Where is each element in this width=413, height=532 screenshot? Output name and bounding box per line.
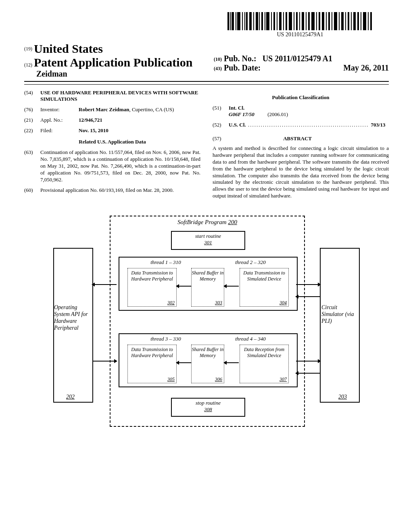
svg-rect-34: [332, 12, 332, 30]
arrow-303-302: [177, 286, 191, 287]
appl-no: 12/946,721: [79, 117, 200, 123]
abstract-heading: ABSTRACT: [223, 135, 372, 142]
os-ref: 202: [66, 394, 75, 400]
svg-rect-45: [368, 12, 369, 30]
svg-rect-21: [289, 12, 292, 30]
svg-rect-27: [308, 12, 310, 30]
svg-rect-13: [265, 12, 265, 30]
intcl-label: Int. Cl.: [229, 105, 244, 111]
stop-routine-box: stop routine 308: [171, 398, 245, 417]
arrow-307-306: [224, 362, 239, 363]
svg-rect-7: [246, 12, 248, 30]
provisional-text: Provisional application No. 60/193,169, …: [40, 187, 200, 194]
circuit-sim-block: 203: [320, 248, 360, 403]
arrow-cs-to-307: [296, 373, 320, 374]
code-10: (10): [214, 56, 222, 62]
arrow-cs-to-304: [296, 296, 320, 297]
thread-3-label: thread 3 – 330: [136, 336, 196, 342]
arrow-307-to-cs: [296, 361, 320, 362]
pub-no-label: Pub. No.:: [224, 54, 257, 63]
arrow-304-to-cs: [296, 284, 320, 285]
box-306: Shared Buffer in Memory 306: [191, 345, 224, 383]
svg-rect-36: [339, 12, 340, 30]
code-52: (52): [213, 122, 229, 128]
svg-rect-2: [232, 12, 234, 30]
svg-rect-26: [306, 12, 307, 30]
svg-rect-40: [351, 12, 352, 30]
intcl-date: (2006.01): [267, 111, 288, 117]
thread-1-label: thread 1 – 310: [136, 259, 196, 266]
pub-date-label: Pub. Date:: [224, 63, 261, 72]
svg-rect-1: [230, 12, 231, 30]
svg-rect-29: [316, 12, 317, 30]
svg-rect-15: [271, 12, 272, 30]
svg-rect-32: [326, 12, 327, 30]
svg-rect-11: [259, 12, 260, 30]
country-name: United States: [34, 42, 103, 55]
svg-rect-0: [227, 12, 229, 30]
svg-rect-18: [279, 12, 282, 30]
box-304: Data Transmission to Simulated Device 30…: [240, 268, 289, 307]
svg-rect-23: [296, 12, 298, 30]
svg-rect-10: [256, 12, 258, 30]
svg-rect-22: [294, 12, 294, 30]
svg-rect-43: [361, 12, 361, 30]
svg-rect-38: [345, 12, 346, 30]
thread-2-label: thread 2 – 320: [220, 259, 281, 266]
svg-rect-31: [322, 12, 324, 30]
svg-rect-17: [277, 12, 277, 30]
thread-group-bottom: thread 3 – 330 thread 4 – 340 Data Trans…: [119, 333, 298, 387]
cs-label: Circuit Simulator (via PLI): [321, 304, 360, 324]
box-302: Data Transmission to Hardware Peripheral…: [127, 268, 177, 307]
filed-date: Nov. 15, 2010: [79, 127, 200, 134]
code-54: (54): [24, 89, 40, 102]
svg-rect-19: [283, 12, 284, 30]
svg-rect-6: [244, 12, 245, 30]
svg-rect-46: [370, 12, 372, 30]
header-rule-thin: [24, 84, 389, 85]
uscl-value: 703/13: [371, 122, 385, 128]
barcode-pub-id: US 20110125479A1: [227, 31, 373, 38]
svg-rect-3: [236, 12, 236, 30]
svg-rect-9: [253, 12, 254, 30]
svg-rect-37: [341, 12, 344, 30]
svg-rect-16: [273, 12, 275, 30]
svg-rect-35: [334, 12, 337, 30]
code-51: (51): [213, 105, 229, 118]
softbridge-program-box: SoftBridge Program 200 start routine 301…: [110, 216, 305, 427]
box-303: Shared Buffer in Memory 303: [191, 268, 224, 307]
arrow-os-from-302: [92, 284, 117, 285]
svg-rect-28: [311, 12, 315, 30]
inventor-label: Inventor:: [40, 106, 79, 113]
svg-rect-4: [237, 12, 240, 30]
inventor-loc: , Cupertino, CA (US): [129, 106, 174, 112]
cs-ref: 203: [338, 394, 347, 400]
arrow-os-to-305: [92, 361, 117, 362]
svg-rect-8: [249, 12, 252, 30]
code-21: (21): [24, 117, 40, 123]
svg-rect-42: [357, 12, 359, 30]
filed-label: Filed:: [40, 127, 79, 134]
code-60: (60): [24, 187, 40, 194]
start-routine-box: start routine 301: [171, 231, 245, 250]
program-title: SoftBridge Program 200: [111, 219, 304, 226]
related-heading: Related U.S. Application Data: [24, 139, 200, 145]
barcode: US 20110125479A1: [227, 12, 373, 38]
svg-rect-5: [242, 12, 243, 30]
uscl-dots: ........................................…: [246, 122, 371, 128]
classification-heading: Publication Classification: [213, 94, 389, 101]
arrow-304-303: [224, 286, 239, 287]
svg-rect-24: [299, 12, 300, 30]
code-57: (57): [213, 135, 221, 141]
svg-rect-41: [353, 12, 356, 30]
abstract-text: A system and method is described for con…: [213, 145, 389, 200]
figure: 202 Operating System API for Hardware Pe…: [24, 216, 389, 431]
left-column: (54) USE OF HARDWARE PERIPHERAL DEVICES …: [24, 89, 200, 200]
code-12: (12): [24, 62, 32, 68]
svg-rect-14: [266, 12, 269, 30]
code-76: (76): [24, 106, 40, 113]
invention-title: USE OF HARDWARE PERIPHERAL DEVICES WITH …: [40, 89, 200, 102]
barcode-area: US 20110125479A1: [24, 12, 389, 38]
box-307: Data Reception from Simulated Device 307: [240, 345, 289, 383]
intcl-code: G06F 17/50: [229, 111, 254, 117]
